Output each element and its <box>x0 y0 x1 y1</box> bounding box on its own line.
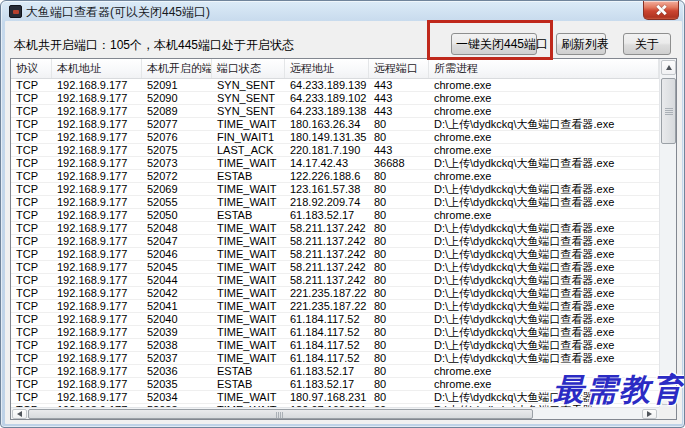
table-cell: 64.233.189.102 <box>285 92 369 104</box>
table-row[interactable]: TCP192.168.9.17752077TIME_WAIT180.163.26… <box>11 118 659 131</box>
table-row[interactable]: TCP192.168.9.17752073TIME_WAIT14.17.42.4… <box>11 157 659 170</box>
table-cell: 58.211.137.242 <box>285 222 369 234</box>
table-cell: TCP <box>11 378 52 390</box>
table-cell: 192.168.9.177 <box>52 404 142 407</box>
table-cell: D:\上传\dydkckq\大鱼端口查看器.exe <box>429 157 659 169</box>
vertical-scrollbar-thumb[interactable] <box>661 78 676 144</box>
table-cell: 64.233.189.139 <box>285 79 369 91</box>
column-header[interactable]: 本机开启的端口 <box>142 59 212 78</box>
column-header[interactable]: 端口状态 <box>212 59 285 78</box>
column-header[interactable]: 远程端口 <box>369 59 429 78</box>
table-row[interactable]: TCP192.168.9.17752047TIME_WAIT58.211.137… <box>11 235 659 248</box>
table-row[interactable]: TCP192.168.9.17752040TIME_WAIT61.184.117… <box>11 313 659 326</box>
thumb-grip-icon <box>665 108 673 115</box>
thumb-grip-icon <box>276 412 283 418</box>
table-header: 协议本机地址本机开启的端口端口状态远程地址远程端口所需进程 <box>11 59 659 79</box>
table-cell: 80 <box>369 300 429 312</box>
scroll-up-button[interactable] <box>661 60 676 75</box>
table-cell: 52069 <box>142 183 212 195</box>
table-cell: D:\上传\dydkckq\大鱼端口查看器.exe <box>429 248 659 260</box>
table-cell: 52047 <box>142 235 212 247</box>
table-cell: 80 <box>369 196 429 208</box>
table-cell: D:\上传\dydkckq\大鱼端口查看器.exe <box>429 404 659 407</box>
table-cell: TCP <box>11 92 52 104</box>
table-cell: chrome.exe <box>429 365 659 377</box>
close-445-button[interactable]: 一键关闭445端口 <box>451 33 537 55</box>
table-cell: 192.168.9.177 <box>52 105 142 117</box>
table-cell: chrome.exe <box>429 144 659 156</box>
table-row[interactable]: TCP192.168.9.17752036ESTAB61.183.52.1780… <box>11 365 659 378</box>
table-row[interactable]: TCP192.168.9.17752069TIME_WAIT123.161.57… <box>11 183 659 196</box>
table-row[interactable]: TCP192.168.9.17752039TIME_WAIT61.184.117… <box>11 326 659 339</box>
table-row[interactable]: TCP192.168.9.17752041TIME_WAIT221.235.18… <box>11 300 659 313</box>
table-row[interactable]: TCP192.168.9.17752042TIME_WAIT221.235.18… <box>11 287 659 300</box>
refresh-list-button[interactable]: 刷新列表 <box>556 33 606 55</box>
scroll-left-button[interactable] <box>12 409 27 419</box>
table-row[interactable]: TCP192.168.9.17752033TIME_WAIT180.97.168… <box>11 404 659 407</box>
table-cell: 443 <box>369 144 429 156</box>
table-row[interactable]: TCP192.168.9.17752055TIME_WAIT218.92.209… <box>11 196 659 209</box>
table-cell: 443 <box>369 105 429 117</box>
table-row[interactable]: TCP192.168.9.17752048TIME_WAIT58.211.137… <box>11 222 659 235</box>
table-row[interactable]: TCP192.168.9.17752044TIME_WAIT58.211.137… <box>11 274 659 287</box>
table-cell: 221.235.187.22 <box>285 287 369 299</box>
table-cell: 52090 <box>142 92 212 104</box>
table-row[interactable]: TCP192.168.9.17752045TIME_WAIT58.211.137… <box>11 261 659 274</box>
close-button[interactable] <box>643 1 679 20</box>
table-row[interactable]: TCP192.168.9.17752046TIME_WAIT58.211.137… <box>11 248 659 261</box>
table-cell: 192.168.9.177 <box>52 144 142 156</box>
table-cell: 80 <box>369 222 429 234</box>
table-cell: 192.168.9.177 <box>52 248 142 260</box>
table-cell: ESTAB <box>212 170 285 182</box>
column-header[interactable]: 远程地址 <box>285 59 369 78</box>
table-row[interactable]: TCP192.168.9.17752034TIME_WAIT180.97.168… <box>11 391 659 404</box>
table-row[interactable]: TCP192.168.9.17752035ESTAB61.183.52.1780… <box>11 378 659 391</box>
table-cell: 192.168.9.177 <box>52 339 142 351</box>
table-row[interactable]: TCP192.168.9.17752090SYN_SENT64.233.189.… <box>11 92 659 105</box>
table-cell: 80 <box>369 313 429 325</box>
table-cell: 58.211.137.242 <box>285 274 369 286</box>
column-header[interactable]: 本机地址 <box>52 59 142 78</box>
table-cell: D:\上传\dydkckq\大鱼端口查看器.exe <box>429 339 659 351</box>
column-header[interactable]: 所需进程 <box>429 59 659 78</box>
vertical-scrollbar[interactable] <box>659 59 676 407</box>
scroll-down-button[interactable] <box>661 390 676 405</box>
table-row[interactable]: TCP192.168.9.17752089SYN_SENT64.233.189.… <box>11 105 659 118</box>
horizontal-scrollbar[interactable] <box>11 407 659 419</box>
horizontal-scrollbar-thumb[interactable] <box>28 409 533 419</box>
scroll-right-button[interactable] <box>642 409 657 419</box>
table-cell: 36688 <box>369 157 429 169</box>
table-cell: SYN_SENT <box>212 79 285 91</box>
table-cell: 192.168.9.177 <box>52 352 142 364</box>
table-cell: TCP <box>11 235 52 247</box>
table-cell: TCP <box>11 144 52 156</box>
table-cell: TCP <box>11 157 52 169</box>
table-cell: 61.184.117.52 <box>285 339 369 351</box>
column-header[interactable]: 协议 <box>11 59 52 78</box>
titlebar[interactable]: 大鱼端口查看器(可以关闭445端口) <box>1 1 684 21</box>
table-cell: 192.168.9.177 <box>52 196 142 208</box>
table-cell: chrome.exe <box>429 92 659 104</box>
table-row[interactable]: TCP192.168.9.17752075LAST_ACK220.181.7.1… <box>11 144 659 157</box>
table-row[interactable]: TCP192.168.9.17752072ESTAB122.226.188.68… <box>11 170 659 183</box>
table-cell: TCP <box>11 209 52 221</box>
table-row[interactable]: TCP192.168.9.17752037TIME_WAIT61.184.117… <box>11 352 659 365</box>
table-row[interactable]: TCP192.168.9.17752050ESTAB61.183.52.1780… <box>11 209 659 222</box>
table-cell: 218.92.209.74 <box>285 196 369 208</box>
table-cell: 192.168.9.177 <box>52 92 142 104</box>
table-cell: 192.168.9.177 <box>52 157 142 169</box>
table-cell: TIME_WAIT <box>212 261 285 273</box>
table-row[interactable]: TCP192.168.9.17752038TIME_WAIT61.184.117… <box>11 339 659 352</box>
table-cell: SYN_SENT <box>212 92 285 104</box>
table-cell: TCP <box>11 79 52 91</box>
table-cell: 52034 <box>142 391 212 403</box>
table-cell: 192.168.9.177 <box>52 235 142 247</box>
table-row[interactable]: TCP192.168.9.17752076FIN_WAIT1180.149.13… <box>11 131 659 144</box>
table-cell: TIME_WAIT <box>212 183 285 195</box>
table-cell: 192.168.9.177 <box>52 287 142 299</box>
table-cell: 52089 <box>142 105 212 117</box>
table-cell: 192.168.9.177 <box>52 183 142 195</box>
about-button[interactable]: 关于 <box>623 33 671 55</box>
table-cell: TCP <box>11 170 52 182</box>
table-row[interactable]: TCP192.168.9.17752091SYN_SENT64.233.189.… <box>11 79 659 92</box>
